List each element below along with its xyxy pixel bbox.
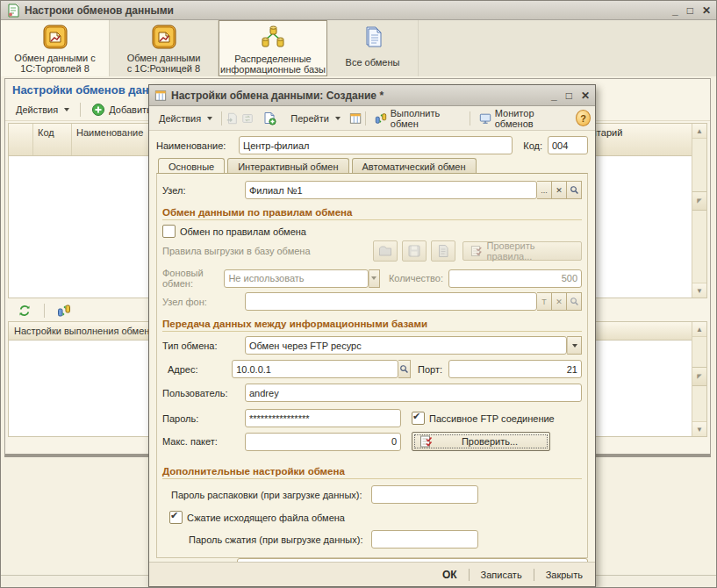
show-rules-button[interactable] (431, 240, 455, 262)
dialog-minimize-icon[interactable]: _ (551, 90, 557, 101)
background-dropdown-button[interactable] (369, 269, 380, 288)
address-label: Адрес: (162, 364, 232, 375)
help-label: ? (580, 113, 586, 124)
scroll-up-icon[interactable]: ▲ (692, 124, 706, 139)
unpack-password-input[interactable] (371, 485, 478, 504)
exchange-trade-button[interactable]: Обмен данными с1С:Торговлей 8 (1, 20, 110, 76)
actions-label: Действия (159, 113, 201, 124)
pack-password-input[interactable] (371, 530, 478, 549)
search-icon (399, 364, 409, 374)
button-label: Обмен данными (127, 53, 201, 63)
dialog-toolbar: Действия Перейти Выполнить обмен Монитор… (149, 106, 595, 131)
user-label: Пользователь: (162, 388, 245, 398)
code-label: Код: (523, 140, 542, 151)
distributed-bases-button[interactable]: Распределенныеинформационные базы (219, 20, 327, 76)
scrollbar-thumb[interactable]: ◤ (692, 191, 706, 211)
port-label: Порт: (418, 364, 448, 375)
exchange-icon (375, 111, 387, 125)
run-exchange-small-button[interactable] (52, 301, 76, 320)
scrollbar-thumb[interactable]: ◤ (692, 367, 706, 386)
ok-button[interactable]: ОК (439, 567, 461, 583)
all-exchanges-button[interactable]: Все обмены (327, 20, 419, 76)
actions-menu-button[interactable]: Действия (11, 102, 75, 118)
node-input[interactable] (245, 181, 537, 199)
background-exchange-select[interactable] (224, 269, 368, 288)
add-button[interactable]: Добавить (86, 100, 157, 119)
port-input[interactable] (448, 360, 582, 378)
close-icon[interactable]: ✕ (702, 5, 711, 16)
goto-menu-button[interactable]: Перейти (285, 111, 346, 126)
unpack-password-label: Пароль распаковки (при загрузке данных): (171, 490, 362, 500)
trade-exchange-icon (42, 24, 68, 50)
check-list-icon (470, 244, 483, 258)
exchange-type-dropdown-button[interactable] (567, 336, 582, 355)
grid-icon[interactable] (349, 111, 362, 125)
qty-input[interactable] (448, 269, 582, 288)
bg-node-clear-button[interactable]: ✕ (552, 292, 567, 311)
load-rules-button[interactable] (373, 240, 398, 262)
max-packet-input[interactable] (245, 433, 401, 451)
dialog-maximize-icon[interactable]: □ (566, 90, 572, 101)
scroll-down-icon[interactable]: ▼ (692, 421, 706, 436)
toolbar-separator (44, 304, 45, 318)
column-code[interactable]: Код (33, 124, 72, 155)
use-rules-checkbox[interactable] (162, 225, 176, 238)
node-clear-button[interactable]: ✕ (552, 181, 567, 199)
dialog-close-icon[interactable]: ✕ (581, 90, 590, 101)
bg-node-label: Узел фон: (162, 297, 245, 307)
check-rules-button[interactable]: Проверить правила... (462, 241, 582, 261)
search-icon (570, 185, 579, 195)
write-button[interactable]: Записать (477, 568, 526, 582)
node-select-button[interactable]: ... (537, 181, 552, 199)
bg-node-text-button[interactable]: T (537, 292, 552, 311)
run-exchange-label: Выполнить обмен (391, 108, 461, 129)
name-input[interactable] (239, 136, 513, 154)
password-input[interactable] (245, 409, 401, 427)
tab-interactive[interactable]: Интерактивный обмен (227, 158, 348, 174)
scroll-down-icon[interactable]: ▼ (692, 283, 706, 298)
run-exchange-button[interactable]: Выполнить обмен (369, 105, 466, 132)
reread-icon (226, 111, 238, 125)
folder-icon (378, 244, 392, 258)
dialog-actions-button[interactable]: Действия (154, 111, 218, 126)
copy-new-button[interactable] (257, 109, 282, 128)
check-connection-button[interactable]: Проверить... (412, 432, 550, 451)
table-vertical-scrollbar[interactable]: ▲ ◤ ▼ (692, 124, 706, 298)
tab-automatic[interactable]: Автоматический обмен (352, 158, 477, 174)
app-icon (6, 4, 20, 18)
exchange-type-select[interactable] (245, 336, 567, 355)
document-icon (436, 244, 450, 258)
user-input[interactable] (245, 384, 582, 402)
help-button[interactable]: ? (576, 110, 591, 126)
swap-icon (241, 111, 254, 125)
exchange-retail-button[interactable]: Обмен даннымис 1С:Розницей 8 (110, 20, 219, 76)
exec-vertical-scrollbar[interactable]: ▲ ◤ ▼ (692, 322, 706, 436)
address-input[interactable] (232, 360, 398, 378)
code-input[interactable] (548, 136, 588, 154)
dialog-content: Наименование: Код: Основные Интерактивны… (149, 131, 595, 562)
bg-node-search-button[interactable] (567, 292, 582, 311)
bg-node-input[interactable] (245, 292, 537, 311)
maximize-icon[interactable]: □ (687, 5, 693, 16)
passive-ftp-checkbox[interactable] (412, 412, 425, 425)
background-exchange-label: Фоновый обмен: (162, 268, 224, 289)
node-label: Узел: (162, 185, 245, 196)
tab-main[interactable]: Основные (158, 158, 225, 174)
check-rules-label: Проверить правила... (486, 240, 574, 262)
upload-rules-label: Правила выгрузки в базу обмена (162, 246, 311, 256)
node-search-button[interactable] (567, 181, 582, 199)
close-button[interactable]: Закрыть (542, 568, 586, 582)
monitor-button[interactable]: Монитор обменов (474, 105, 570, 132)
compress-checkbox[interactable] (169, 511, 183, 524)
toolbar-separator (221, 111, 222, 125)
save-rules-button[interactable] (402, 240, 427, 262)
max-packet-label: Макс. пакет: (162, 436, 245, 447)
refresh-button[interactable] (12, 301, 37, 320)
column-icon[interactable] (9, 124, 33, 155)
use-rules-label: Обмен по правилам обмена (180, 226, 306, 237)
minimize-icon[interactable]: _ (672, 5, 678, 16)
check-list-icon (419, 434, 434, 448)
plus-icon (91, 103, 105, 117)
address-search-button[interactable] (398, 360, 411, 378)
scroll-up-icon[interactable]: ▲ (692, 322, 706, 337)
